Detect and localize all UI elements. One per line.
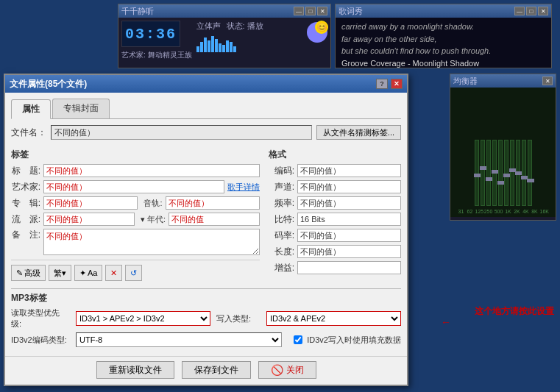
- id3v2-encoding-label: ID3v2编码类型:: [11, 335, 70, 346]
- smiley-face: 😊: [315, 21, 328, 34]
- from-filename-btn[interactable]: 从文件名猜测标签...: [316, 125, 401, 140]
- comment-row: 备 注: 不同的值）: [11, 229, 260, 255]
- write-type-select[interactable]: ID3v2 & APEv2: [266, 311, 401, 326]
- lyrics-close-btn[interactable]: ✕: [538, 7, 548, 15]
- player-title-buttons: — □ ✕: [294, 7, 327, 15]
- player-stereo: 立体声: [196, 21, 221, 32]
- delete-btn[interactable]: ✕: [105, 265, 122, 281]
- lyrics-line3: but she couldn't find how to push throug…: [341, 45, 545, 57]
- bar-11: [233, 46, 236, 52]
- save-btn[interactable]: 保存到文件: [182, 361, 251, 379]
- length-input[interactable]: [297, 245, 401, 258]
- eq-track-6[interactable]: [504, 140, 508, 206]
- bitrate-label: 比特:: [269, 213, 294, 226]
- frequency-label: 频率:: [269, 197, 294, 210]
- id3v2-fill-label: ID3v2写入时使用填充数据: [294, 335, 401, 346]
- player-min-btn[interactable]: —: [294, 7, 304, 15]
- eq-close-btn[interactable]: ✕: [542, 76, 553, 85]
- eq-label-62: 62: [467, 209, 474, 214]
- dialog-body: 属性 专辑封面 文件名： 从文件名猜测标签... 标签 标 题: 艺术家:: [5, 93, 407, 356]
- player-artist: 艺术家: 舞动精灵王族: [121, 50, 192, 60]
- player-time: 03:36: [121, 21, 180, 47]
- player-close-btn[interactable]: ✕: [317, 7, 327, 15]
- title-row: 标 题:: [11, 164, 260, 177]
- gain-input[interactable]: [297, 261, 401, 274]
- close-btn[interactable]: 🚫 关闭: [258, 361, 316, 379]
- eq-thumb-10[interactable]: [527, 179, 534, 182]
- mp3-section: MP3标签 读取类型优先级: ID3v1 > APEv2 > ID3v2 写入类…: [11, 288, 401, 347]
- dialog-footer: 重新读取文件 保存到文件 🚫 关闭: [5, 356, 407, 385]
- eq-body: 31 62 125 250 500 1K 2K 4K 8K 16K: [450, 88, 556, 217]
- filename-label: 文件名：: [11, 126, 46, 139]
- genre-input[interactable]: [43, 213, 135, 226]
- artist-input[interactable]: [43, 180, 224, 193]
- title-input[interactable]: [43, 164, 260, 177]
- quality-label: 码率:: [269, 229, 294, 242]
- id3v2-encoding-select[interactable]: UTF-8: [76, 332, 282, 347]
- eq-label-31: 31: [458, 209, 465, 214]
- reload-btn[interactable]: 重新读取文件: [96, 361, 174, 379]
- eq-track-4[interactable]: [492, 140, 497, 206]
- tag-section-label: 标签: [11, 149, 260, 161]
- frequency-input[interactable]: [297, 196, 401, 210]
- close-label: 关闭: [286, 364, 304, 377]
- traditional-btn[interactable]: 繁▾: [49, 265, 71, 281]
- refresh-btn[interactable]: ↺: [125, 265, 142, 281]
- genre-row: 流 派: ▾ 年代:: [11, 213, 260, 226]
- track-input[interactable]: [166, 196, 260, 210]
- album-input[interactable]: [43, 196, 138, 210]
- player-status: 立体声 状态: 播放: [196, 21, 302, 32]
- tab-album-cover[interactable]: 专辑封面: [52, 99, 110, 118]
- eq-track-7[interactable]: [510, 140, 514, 206]
- advanced-btn[interactable]: ✎ 高级: [11, 265, 46, 281]
- comment-textarea[interactable]: 不同的值）: [43, 229, 260, 255]
- eq-track-2[interactable]: [481, 140, 485, 206]
- help-btn[interactable]: ?: [376, 79, 388, 89]
- advanced-label: 高级: [24, 268, 40, 279]
- close-icon: 🚫: [271, 364, 283, 376]
- year-input[interactable]: [169, 213, 260, 226]
- lyrics-title: 歌词秀: [339, 6, 363, 17]
- dialog-titlebar: 文件属性(85个文件) ? ✕: [5, 75, 407, 93]
- form-area: 标签 标 题: 艺术家: 歌手详情 专 辑: 音轨:: [11, 146, 401, 284]
- channel-row: 声道:: [269, 180, 401, 193]
- lyrics-min-btn[interactable]: —: [514, 7, 525, 15]
- refresh-icon: ↺: [130, 268, 137, 278]
- read-priority-select[interactable]: ID3v1 > APEv2 > ID3v2: [76, 311, 210, 326]
- eq-slider-col-10: [528, 140, 532, 206]
- edit-icon: ✎: [16, 268, 23, 278]
- artist-detail-link[interactable]: 歌手详情: [227, 182, 260, 193]
- bitrate-input[interactable]: [297, 213, 401, 226]
- tab-properties[interactable]: 属性: [11, 99, 51, 119]
- quality-input[interactable]: [297, 229, 401, 242]
- filename-row: 文件名： 从文件名猜测标签...: [11, 125, 401, 140]
- bar-1: [196, 46, 199, 52]
- eq-label-500: 500: [495, 209, 503, 214]
- player-bars: [196, 35, 302, 52]
- font-btn[interactable]: ✦ Aa: [74, 265, 102, 281]
- dialog-close-btn[interactable]: ✕: [391, 79, 403, 89]
- eq-track-9[interactable]: [522, 140, 526, 206]
- channel-input[interactable]: [297, 180, 401, 193]
- eq-track-3[interactable]: [486, 140, 491, 206]
- eq-track-5[interactable]: [498, 140, 503, 206]
- read-priority-row: 读取类型优先级: ID3v1 > APEv2 > ID3v2 写入类型: ID3…: [11, 307, 401, 329]
- artist-label: 艺术家:: [11, 181, 40, 193]
- read-priority-label: 读取类型优先级:: [11, 307, 70, 329]
- player-max-btn[interactable]: □: [305, 7, 316, 15]
- filename-input[interactable]: [51, 125, 312, 140]
- id3v2-fill-checkbox[interactable]: [294, 335, 302, 344]
- lyrics-line2: far away on the other side,: [341, 33, 545, 46]
- tags-section: 标签 标 题: 艺术家: 歌手详情 专 辑: 音轨:: [11, 146, 260, 284]
- eq-label-16k: 16K: [540, 209, 549, 214]
- eq-slider-col-8: [516, 140, 520, 206]
- eq-track-1[interactable]: [475, 140, 479, 206]
- encoding-input[interactable]: [297, 164, 401, 177]
- year-label: ▾ 年代:: [141, 214, 166, 225]
- eq-track-10[interactable]: [528, 140, 532, 206]
- eq-slider-col-7: [510, 140, 514, 206]
- dialog-title-controls: ? ✕: [376, 79, 403, 89]
- lyrics-max-btn[interactable]: □: [526, 7, 536, 15]
- mp3-section-label: MP3标签: [11, 292, 401, 304]
- eq-track-8[interactable]: [516, 140, 520, 206]
